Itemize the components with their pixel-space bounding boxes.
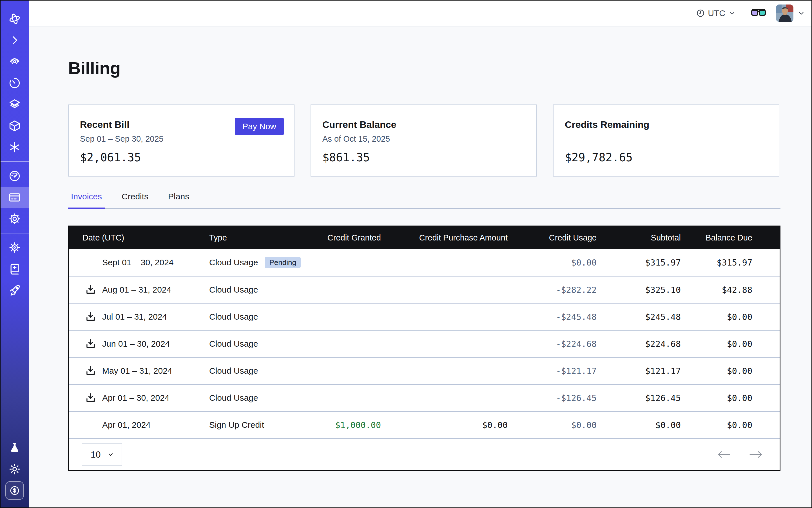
page-size-select[interactable]: 10 [82,443,122,466]
download-placeholder [85,419,96,431]
chevron-down-icon [728,9,736,17]
gauge-icon[interactable] [1,165,29,187]
next-page-button[interactable] [749,450,763,459]
table-row: May 01 – 31, 2024Cloud Usage-$121.17$121… [69,357,780,384]
invoice-date: Sept 01 – 30, 2024 [102,258,174,267]
tab-plans[interactable]: Plans [165,192,192,208]
sidebar-item-billing[interactable] [1,187,29,208]
flask-icon[interactable] [1,437,29,458]
column-header: Credit Usage [533,233,624,243]
date-cell: Apr 01, 2024 [69,419,204,431]
invoice-date: Aug 01 – 31, 2024 [102,285,171,295]
download-icon [85,365,96,377]
download-invoice-button[interactable] [85,311,96,323]
sidebar-spacer [1,301,29,437]
download-icon [85,284,96,296]
gear-icon[interactable] [1,208,29,229]
type-cell: Cloud UsagePending [204,257,325,268]
table-row: Jul 01 – 31, 2024Cloud Usage-$245.48$245… [69,303,780,330]
column-header: Type [204,233,325,243]
card-subtitle [565,134,779,144]
invoice-type: Cloud Usage [209,366,258,376]
balance-due-cell: $315.97 [705,258,780,267]
download-icon [85,311,96,323]
table-body: Sept 01 – 30, 2024Cloud UsagePending$0.0… [69,249,780,438]
column-header: Subtotal [624,233,705,243]
avatar[interactable] [776,4,794,22]
credits-remaining-amount: $29,782.65 [565,151,779,164]
invoice-type: Sign Up Credit [209,420,264,430]
table-row: Apr 01, 2024Sign Up Credit$1,000.00$0.00… [69,411,780,438]
cube-icon[interactable] [1,115,29,136]
helm-icon[interactable] [1,237,29,258]
topbar: UTC [29,1,811,27]
invoice-type: Cloud Usage [209,258,258,267]
type-cell: Cloud Usage [204,339,325,349]
invoice-type: Cloud Usage [209,312,258,322]
tab-invoices[interactable]: Invoices [68,192,105,209]
status-badge: Pending [265,257,300,268]
balance-due-cell: $0.00 [705,420,780,430]
rocket-icon[interactable] [1,280,29,301]
invoice-type: Cloud Usage [209,393,258,403]
timezone-selector[interactable]: UTC [696,8,736,18]
download-icon [85,392,96,404]
sidebar-divider [1,233,29,234]
subtotal-cell: $0.00 [624,420,705,430]
credit-usage-cell: -$282.22 [533,285,624,295]
balance-due-cell: $42.88 [705,285,780,295]
download-invoice-button[interactable] [85,284,96,296]
dollar-badge-icon [9,485,20,496]
table-row: Apr 01 – 30, 2024Cloud Usage-$126.45$126… [69,384,780,411]
asterisk-icon[interactable] [1,136,29,158]
invoice-date: May 01 – 31, 2024 [102,366,172,376]
download-invoice-button[interactable] [85,392,96,404]
download-placeholder [85,257,96,268]
summary-cards: Recent Bill Sep 01 – Sep 30, 2025 $2,061… [68,104,779,177]
subtotal-cell: $224.68 [624,339,705,349]
credit-granted-cell: $1,000.00 [325,420,407,430]
subtotal-cell: $325.10 [624,285,705,295]
balance-due-cell: $0.00 [705,366,780,376]
credit-usage-cell: -$245.48 [533,312,624,322]
download-invoice-button[interactable] [85,365,96,377]
chevron-down-icon[interactable] [797,9,805,17]
dollar-badge-button[interactable] [1,480,29,501]
arrow-left-icon [717,450,731,459]
card-subtitle: Sep 01 – Sep 30, 2025 [80,134,294,144]
credits-remaining-card: Credits Remaining $29,782.65 [553,104,779,177]
page-size-value: 10 [91,450,101,460]
spiral-eye-icon[interactable] [1,51,29,72]
balance-due-cell: $0.00 [705,339,780,349]
recent-bill-amount: $2,061.35 [80,151,294,164]
tab-credits[interactable]: Credits [119,192,151,208]
date-cell: Jun 01 – 30, 2024 [69,338,204,350]
sidebar [1,1,29,507]
credit-purchase-cell: $0.00 [407,420,533,430]
timer-icon[interactable] [1,72,29,94]
credit-usage-cell: $0.00 [533,420,624,430]
credit-usage-cell: $0.00 [533,258,624,267]
previous-page-button[interactable] [717,450,731,459]
type-cell: Sign Up Credit [204,420,325,430]
layers-icon[interactable] [1,94,29,115]
download-icon [85,338,96,350]
download-invoice-button[interactable] [85,338,96,350]
3d-glasses-icon[interactable] [751,7,766,19]
logo[interactable] [1,8,29,30]
pay-now-button[interactable]: Pay Now [235,118,284,135]
credit-usage-cell: -$126.45 [533,393,624,403]
sun-icon[interactable] [1,458,29,480]
table-row: Sept 01 – 30, 2024Cloud UsagePending$0.0… [69,249,780,276]
chevron-right-icon[interactable] [1,30,29,51]
invoice-type: Cloud Usage [209,339,258,349]
app-window: UTC [0,0,812,508]
invoice-date: Jul 01 – 31, 2024 [102,312,167,322]
invoices-table: Date (UTC)TypeCredit GrantedCredit Purch… [68,225,780,471]
chevron-down-icon [107,451,114,458]
page-title: Billing [68,58,779,78]
card-subtitle: As of Oct 15, 2025 [323,134,537,144]
type-cell: Cloud Usage [204,393,325,403]
column-header: Balance Due [705,233,780,243]
book-sparkle-icon[interactable] [1,258,29,280]
